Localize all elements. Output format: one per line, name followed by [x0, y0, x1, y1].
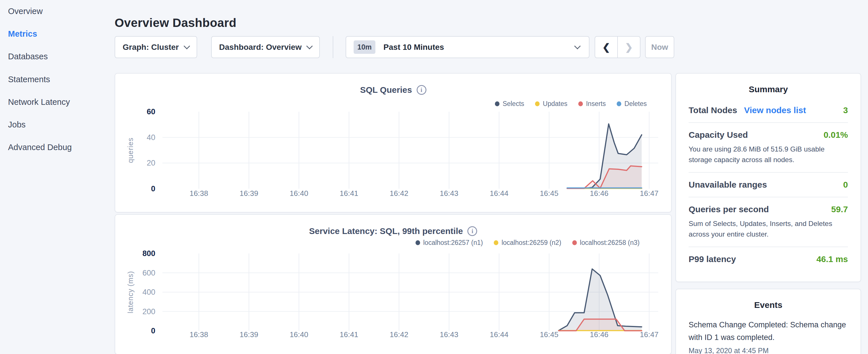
legend-dot-icon — [494, 240, 498, 245]
svg-text:16:43: 16:43 — [440, 189, 458, 198]
summary-label: P99 latency — [689, 254, 736, 264]
svg-text:16:43: 16:43 — [440, 330, 458, 339]
svg-text:16:42: 16:42 — [390, 189, 408, 198]
legend-item-selects[interactable]: Selects — [495, 100, 524, 108]
svg-text:16:40: 16:40 — [290, 189, 308, 198]
view-nodes-list-link[interactable]: View nodes list — [744, 105, 806, 115]
summary-row-p99-latency: P99 latency46.1 ms — [689, 247, 848, 271]
sidebar-item-jobs[interactable]: Jobs — [8, 120, 26, 129]
legend-dot-icon — [572, 240, 577, 245]
info-icon[interactable]: i — [467, 226, 477, 236]
chart-legend: localhost:26257 (n1)localhost:26259 (n2)… — [415, 239, 640, 247]
svg-text:16:40: 16:40 — [290, 330, 308, 339]
summary-label: Capacity Used — [689, 130, 748, 140]
chevron-down-icon — [184, 43, 190, 49]
sidebar-item-databases[interactable]: Databases — [8, 52, 48, 61]
events-panel: Events Schema Change Completed: Schema c… — [676, 289, 861, 354]
svg-text:20: 20 — [147, 159, 155, 167]
summary-panel: Summary Total NodesView nodes list3Capac… — [676, 73, 861, 282]
dashboard-dropdown[interactable]: Dashboard: Overview — [211, 36, 320, 58]
svg-text:16:45: 16:45 — [540, 189, 559, 198]
summary-label: Queries per second — [689, 204, 769, 214]
summary-row-total-nodes: Total NodesView nodes list3 — [689, 98, 848, 123]
sidebar-item-overview[interactable]: Overview — [8, 7, 43, 16]
svg-text:16:47: 16:47 — [640, 189, 658, 198]
summary-label: Unavailable ranges — [689, 180, 767, 190]
svg-text:16:47: 16:47 — [640, 330, 658, 339]
summary-row-unavailable-ranges: Unavailable ranges0 — [689, 173, 848, 197]
sidebar-item-metrics[interactable]: Metrics — [8, 29, 37, 39]
legend-item-localhost-26257-n1[interactable]: localhost:26257 (n1) — [415, 239, 483, 247]
svg-text:16:46: 16:46 — [590, 330, 608, 339]
info-icon[interactable]: i — [417, 85, 426, 95]
toolbar-divider — [333, 36, 333, 58]
summary-value: 46.1 ms — [816, 254, 848, 264]
svg-text:16:38: 16:38 — [189, 330, 208, 339]
summary-value: 0 — [843, 180, 848, 190]
prev-window-button[interactable]: ❮ — [595, 37, 618, 58]
sidebar-item-network-latency[interactable]: Network Latency — [8, 97, 70, 107]
svg-text:16:44: 16:44 — [490, 189, 508, 198]
summary-label: Total Nodes — [689, 105, 737, 115]
time-range-label: Past 10 Minutes — [383, 43, 444, 52]
sidebar-item-advanced-debug[interactable]: Advanced Debug — [8, 142, 72, 152]
svg-text:16:38: 16:38 — [189, 189, 208, 198]
events-title: Events — [676, 300, 861, 310]
summary-row-queries-per-second: Queries per second59.7Sum of Selects, Up… — [689, 197, 848, 247]
svg-text:16:39: 16:39 — [240, 189, 258, 198]
next-window-button[interactable]: ❯ — [618, 37, 640, 58]
chart-title: Service Latency: SQL, 99th percentile — [309, 226, 463, 236]
legend-label: Selects — [503, 100, 524, 108]
chart-legend: SelectsUpdatesInsertsDeletes — [495, 100, 647, 108]
legend-label: Inserts — [586, 100, 606, 108]
time-range-badge: 10m — [353, 40, 375, 54]
event-timestamp: May 13, 2020 at 4:45 PM — [689, 347, 848, 354]
legend-dot-icon — [415, 240, 420, 245]
summary-row-capacity-used: Capacity Used0.01%You are using 28.6 MiB… — [689, 123, 848, 173]
page-title: Overview Dashboard — [115, 16, 237, 30]
dashboard-label: Dashboard: Overview — [219, 43, 302, 52]
service-latency-chart-card: 16:3816:3916:4016:4116:4216:4316:4416:45… — [115, 214, 672, 354]
svg-text:16:42: 16:42 — [390, 330, 408, 339]
now-button[interactable]: Now — [645, 36, 674, 58]
legend-item-deletes[interactable]: Deletes — [617, 100, 647, 108]
summary-value: 0.01% — [824, 130, 848, 140]
chart-title: SQL Queries — [360, 85, 412, 95]
time-range-dropdown[interactable]: 10m Past 10 Minutes — [346, 36, 589, 58]
legend-item-localhost-26258-n3[interactable]: localhost:26258 (n3) — [572, 239, 640, 247]
time-window-nav: ❮ ❯ — [595, 36, 641, 58]
legend-dot-icon — [495, 101, 499, 106]
svg-text:16:39: 16:39 — [240, 330, 258, 339]
svg-text:16:45: 16:45 — [540, 330, 559, 339]
svg-text:16:46: 16:46 — [590, 189, 608, 198]
svg-text:16:41: 16:41 — [340, 189, 358, 198]
legend-label: Deletes — [624, 100, 647, 108]
legend-label: localhost:26259 (n2) — [501, 239, 561, 247]
svg-text:200: 200 — [143, 307, 155, 316]
legend-dot-icon — [617, 101, 621, 106]
legend-item-updates[interactable]: Updates — [535, 100, 567, 108]
legend-dot-icon — [578, 101, 583, 106]
graph-scope-dropdown[interactable]: Graph: Cluster — [115, 36, 197, 58]
graph-scope-label: Graph: Cluster — [123, 43, 179, 52]
event-item[interactable]: Schema Change Completed: Schema change w… — [689, 319, 848, 354]
svg-text:40: 40 — [147, 133, 155, 142]
summary-description: You are using 28.6 MiB of 515.9 GiB usab… — [689, 144, 848, 165]
svg-text:800: 800 — [143, 249, 155, 258]
svg-text:16:44: 16:44 — [490, 330, 508, 339]
legend-item-localhost-26259-n2[interactable]: localhost:26259 (n2) — [494, 239, 561, 247]
summary-description: Sum of Selects, Updates, Inserts, and De… — [689, 218, 848, 239]
legend-item-inserts[interactable]: Inserts — [578, 100, 606, 108]
svg-text:0: 0 — [151, 185, 155, 193]
svg-text:16:41: 16:41 — [340, 330, 358, 339]
svg-text:latency (ms): latency (ms) — [126, 271, 134, 313]
svg-text:0: 0 — [151, 326, 155, 335]
legend-dot-icon — [535, 101, 539, 106]
summary-title: Summary — [676, 85, 861, 94]
legend-label: Updates — [543, 100, 567, 108]
summary-value: 3 — [843, 105, 848, 115]
legend-label: localhost:26258 (n3) — [580, 239, 640, 247]
svg-text:60: 60 — [147, 107, 155, 116]
sidebar-item-statements[interactable]: Statements — [8, 75, 50, 84]
sidebar: OverviewMetricsDatabasesStatementsNetwor… — [0, 0, 115, 354]
